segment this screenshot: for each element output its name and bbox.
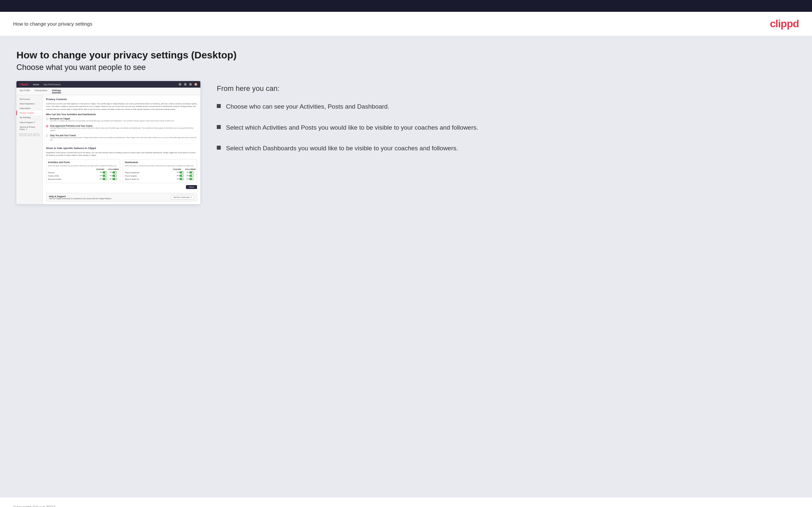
notification-icon[interactable] [184,83,187,86]
header-title: How to change your privacy settings [13,21,92,26]
bullet-item-3: Select which Dashboards you would like t… [217,144,796,153]
app-nav-logo: clippd [20,83,29,86]
app-nav-performance[interactable]: My Performance [44,83,60,86]
dashboards-desc: Select the types of activity that you'd … [125,165,195,167]
app-nav-home[interactable]: Home [33,83,39,86]
followers-header: FOLLOWERS [108,168,118,170]
insights-coaches-toggle[interactable]: ON [175,175,185,177]
radio-dot-followers [46,125,48,127]
radio-dot-everyone [46,118,48,120]
subnav-profile[interactable]: My Profile [20,89,30,93]
chevron-right-icon: › [39,112,40,114]
radio-dot-only-you [46,134,48,137]
header: How to change your privacy settings clip… [0,12,812,37]
chevron-right-icon: › [39,103,40,105]
who-can-see-title: Who Can See Your Activities and Dashboar… [46,113,197,115]
help-section: Help & Support Visit our Clippd communit… [46,193,197,202]
insights-followers-toggle[interactable]: ON [185,175,195,177]
toggle-manual-activities: Manual Activities ON ON [48,178,118,180]
top-bar [0,0,812,12]
bullet-text-2: Select which Activities and Posts you wo… [226,123,478,132]
section-title: Privacy Controls [46,98,197,101]
app-sidebar: My Account› Data Integrations› Subscript… [16,95,43,204]
settings-icon[interactable] [189,83,192,86]
player-followers-toggle[interactable]: ON [185,171,195,174]
app-screen: clippd Home My Performance My Profile Co… [16,81,200,204]
sidebar-subscription[interactable]: Subscription› [16,106,42,111]
sidebar-my-account[interactable]: My Account› [16,97,42,101]
avatar-icon[interactable] [195,83,197,86]
coaches-header: COACHES [95,168,105,170]
chevron-right-icon: › [39,107,40,109]
work-followers-toggle[interactable]: ON [185,178,195,180]
app-body: My Account› Data Integrations› Subscript… [16,95,200,204]
db-followers-header: FOLLOWERS [185,168,195,170]
bullet-icon-1 [217,104,221,108]
main-content: How to change your privacy settings (Des… [0,37,812,498]
sidebar-help-support[interactable]: Help & Support ↗ [16,120,42,125]
version-text: Clippd Client Version: 2022.8.2SQL Serve… [16,131,42,138]
help-desc: Visit our Clippd community to troublesho… [49,198,112,200]
radio-only-you[interactable]: Only You and Your Coach Only you and the… [46,134,197,141]
sidebar-service-privacy[interactable]: Service & Privacy Policy ↗ [16,125,42,131]
radio-everyone[interactable]: Everyone on Clippd Everyone on Clippd ca… [46,117,197,122]
subnav-settings[interactable]: Settings [52,89,61,93]
section-desc: Control how you and your data appears to… [46,102,197,111]
from-here-title: From here you can: [217,84,796,93]
radio-followers[interactable]: Only Approved Followers and Your Coach O… [46,125,197,131]
help-text-group: Help & Support Visit our Clippd communit… [49,195,112,200]
radio-only-you-label: Only You and Your Coach Only you and the… [50,134,197,141]
divider [46,144,197,144]
save-row: Save [46,183,197,191]
bullet-item-1: Choose who can see your Activities, Post… [217,102,796,111]
rounds-coaches-toggle[interactable]: ON [99,171,108,174]
toggle-round-insights: Round Insights ON ON [125,175,195,177]
radio-group: Everyone on Clippd Everyone on Clippd ca… [46,117,197,141]
sidebar-data-integrations[interactable]: Data Integrations› [16,101,42,106]
chevron-right-icon: › [39,98,40,100]
toggle-practice-drills: Practice Drills ON ON [48,175,118,177]
show-hide-desc: Regardless of the privacy controls that … [46,151,197,157]
sidebar-my-golf-bag[interactable]: My Golf Bag› [16,115,42,120]
sidebar-privacy-controls[interactable]: Privacy Controls› [16,111,42,115]
page-heading: How to change your privacy settings (Des… [16,50,796,61]
page-subheading: Choose what you want people to see [16,63,796,72]
search-icon[interactable] [179,83,181,86]
activities-col-headers: COACHES FOLLOWERS [48,168,118,170]
manual-coaches-toggle[interactable]: ON [99,178,108,180]
player-coaches-toggle[interactable]: ON [175,171,185,174]
bullet-item-2: Select which Activities and Posts you wo… [217,123,796,132]
work-coaches-toggle[interactable]: ON [175,178,185,180]
dashboards-title: Dashboards [125,161,195,163]
save-button[interactable]: Save [186,185,197,189]
bullet-text-3: Select which Dashboards you would like t… [226,144,458,153]
show-hide-title: Show or hide specific features in Clippd [46,147,197,150]
toggle-section: Activities and Posts Select the types of… [46,159,197,183]
manual-followers-toggle[interactable]: ON [108,178,118,180]
toggle-rounds: Rounds ON ON [48,171,118,174]
dashboards-box: Dashboards Select the types of activity … [123,159,197,183]
app-nav: clippd Home My Performance [16,81,200,88]
bullet-icon-2 [217,125,221,129]
radio-followers-label: Only Approved Followers and Your Coach O… [50,125,197,131]
activities-box: Activities and Posts Select the types of… [46,159,120,183]
drills-coaches-toggle[interactable]: ON [99,175,108,177]
app-nav-right [179,83,197,86]
bullet-icon-3 [217,146,221,150]
toggle-what-to-work-on: What To Work On ON ON [125,178,195,180]
screenshot-container: clippd Home My Performance My Profile Co… [16,81,200,204]
dashboards-col-headers: COACHES FOLLOWERS [125,168,195,170]
rounds-followers-toggle[interactable]: ON [108,171,118,174]
logo: clippd [770,18,799,30]
subnav-connections[interactable]: Connections [35,89,47,93]
activities-title: Activities and Posts [48,161,118,163]
bullet-text-1: Choose who can see your Activities, Post… [226,102,389,111]
content-row: clippd Home My Performance My Profile Co… [16,81,796,204]
visit-community-button[interactable]: Visit Our Community ↗ [171,195,194,200]
drills-followers-toggle[interactable]: ON [108,175,118,177]
app-subnav: My Profile Connections Settings [16,88,200,95]
help-title: Help & Support [49,195,112,198]
db-coaches-header: COACHES [172,168,182,170]
toggle-player-dashboard: Player Dashboard ON ON [125,171,195,174]
radio-everyone-label: Everyone on Clippd Everyone on Clippd ca… [50,117,174,122]
